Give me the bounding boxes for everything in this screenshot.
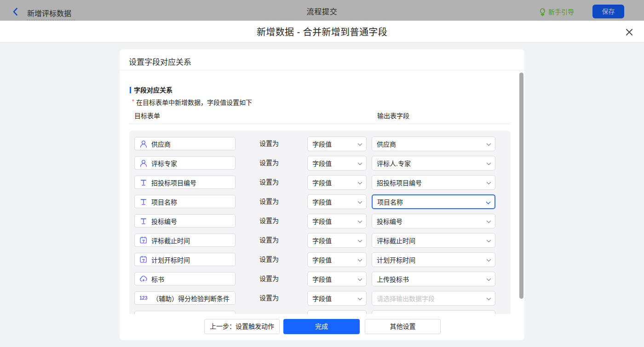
svg-text:123: 123 bbox=[140, 295, 148, 301]
